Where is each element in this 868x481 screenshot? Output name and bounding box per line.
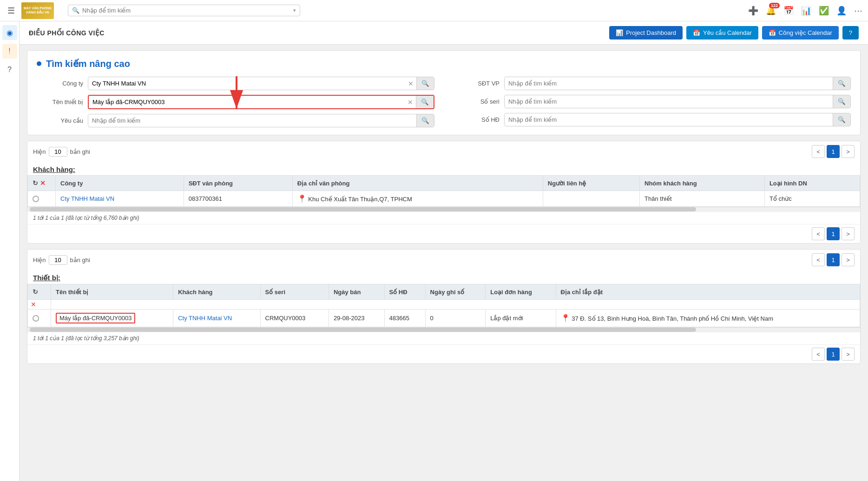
khach-hang-delete-icon[interactable]: ✕ — [40, 179, 46, 187]
thiet-bi-info: 1 tới 1 của 1 (đã lọc từ tổng 3,257 bản … — [27, 332, 860, 344]
global-search-bar[interactable]: 🔍 ▾ — [68, 5, 300, 16]
table-row: Máy lắp đã-CRMQUY0003 Cty TNHH Matai VN … — [28, 310, 860, 327]
khach-hang-count-input[interactable] — [49, 147, 67, 157]
khach-hang-page-1-bottom[interactable]: 1 — [827, 227, 840, 240]
khach-hang-scrollbar[interactable] — [27, 207, 860, 211]
main-content: ĐIỀU PHỐI CÔNG VIỆC 📊 Project Dashboard … — [20, 21, 868, 481]
project-dashboard-button[interactable]: 📊 Project Dashboard — [609, 26, 683, 40]
khach-hang-radio-button[interactable] — [33, 196, 39, 202]
thiet-bi-table: ↻ Tên thiết bị Khách hàng Số seri Ngày b… — [27, 284, 860, 327]
nav-icons-group: ➕ 🔔 122 📅 📊 ✅ 👤 ⋯ — [748, 6, 862, 16]
yeu-cau-calendar-button[interactable]: 📅 Yêu cầu Calendar — [686, 26, 758, 40]
cong-viec-calendar-button[interactable]: 📅 Công việc Calendar — [762, 26, 839, 40]
search-dropdown-icon[interactable]: ▾ — [293, 7, 296, 13]
khach-hang-page-1-top[interactable]: 1 — [827, 145, 840, 158]
ten-thiet-bi-input-wrap: ✕ 🔍 — [88, 95, 434, 109]
hamburger-menu[interactable]: ☰ — [6, 4, 17, 18]
ten-thiet-bi-input[interactable] — [89, 96, 405, 108]
task-icon[interactable]: ✅ — [819, 6, 829, 16]
ten-thiet-bi-search-button[interactable]: 🔍 — [416, 96, 434, 108]
chart-icon[interactable]: 📊 — [801, 6, 811, 16]
thiet-bi-scrollbar[interactable] — [27, 327, 860, 332]
sidebar-icon-home[interactable]: ◉ — [2, 25, 17, 40]
thiet-bi-count-input[interactable] — [49, 255, 67, 265]
khach-hang-info: 1 tới 1 của 1 (đã lọc từ tổng 6,760 bản … — [27, 211, 860, 224]
search-icon: 🔍 — [72, 7, 79, 14]
cong-viec-icon: 📅 — [769, 29, 776, 36]
page-title: ĐIỀU PHỐI CÔNG VIỆC — [29, 29, 105, 37]
khach-hang-col-actions: ↻ ✕ — [28, 176, 56, 191]
thiet-bi-col-khach: Khách hàng — [173, 284, 260, 300]
so-hd-label: Số HĐ — [453, 116, 500, 123]
thiet-bi-next-page-bottom[interactable]: > — [842, 348, 855, 361]
help-button[interactable]: ? — [842, 26, 859, 40]
khach-hang-pagination-top: < 1 > — [812, 145, 855, 158]
sdt-vp-search-button[interactable]: 🔍 — [833, 77, 850, 90]
advanced-search-title: Tìm kiếm nâng cao — [37, 58, 851, 69]
notification-badge: 122 — [769, 3, 780, 8]
thiet-bi-prev-page-bottom[interactable]: < — [812, 348, 825, 361]
thiet-bi-khach-link[interactable]: Cty TNHH Matai VN — [178, 315, 232, 322]
thiet-bi-radio-button[interactable] — [33, 315, 39, 322]
so-hd-input[interactable] — [505, 114, 833, 125]
sidebar-icon-warning[interactable]: ! — [2, 44, 17, 59]
yeu-cau-row: Yêu cầu 🔍 — [37, 114, 434, 127]
ten-thiet-bi-clear-button[interactable]: ✕ — [405, 99, 416, 106]
sidebar-icon-help[interactable]: ? — [2, 62, 17, 77]
khach-hang-next-page-top[interactable]: > — [842, 145, 855, 158]
khach-hang-section: Hiện bản ghi < 1 > Khách hàng: ↻ — [27, 141, 861, 244]
cong-ty-input[interactable] — [88, 78, 405, 89]
map-pin-icon: 📍 — [297, 195, 307, 203]
thiet-bi-row-loai: Lắp đặt mới — [486, 310, 556, 327]
sdt-vp-input-wrap: 🔍 — [504, 77, 851, 90]
yeu-cau-calendar-icon: 📅 — [693, 29, 700, 36]
khach-hang-refresh-icon[interactable]: ↻ — [33, 179, 38, 187]
sdt-vp-input[interactable] — [505, 78, 833, 89]
sdt-vp-row: SĐT VP 🔍 — [453, 77, 851, 90]
yeu-cau-input[interactable] — [88, 115, 416, 126]
khach-hang-pagination-bottom: < 1 > — [27, 224, 860, 243]
thiet-bi-refresh-icon[interactable]: ↻ — [33, 288, 38, 296]
thiet-bi-page-1-top[interactable]: 1 — [827, 253, 840, 266]
thiet-bi-col-ten: Tên thiết bị — [51, 284, 173, 300]
khach-hang-section-top: Hiện bản ghi < 1 > — [27, 141, 860, 162]
calendar-icon[interactable]: 📅 — [783, 6, 794, 16]
thiet-bi-row-ngay-ban: 29-08-2023 — [329, 310, 384, 327]
thiet-bi-col-actions: ↻ — [28, 284, 51, 300]
thiet-bi-ten-highlight[interactable]: Máy lắp đã-CRMQUY0003 — [56, 313, 135, 323]
company-logo: MÁY VĂN PHÒNGHÀNG ĐẦU VN — [21, 2, 54, 19]
yeu-cau-search-button[interactable]: 🔍 — [416, 114, 434, 127]
khach-hang-next-page-bottom[interactable]: > — [842, 227, 855, 240]
global-search-input[interactable] — [82, 7, 293, 14]
thiet-bi-row-khach: Cty TNHH Matai VN — [173, 310, 260, 327]
add-icon[interactable]: ➕ — [748, 6, 758, 16]
thiet-bi-map-pin-icon: 📍 — [561, 314, 570, 322]
yeu-cau-input-wrap: 🔍 — [88, 114, 434, 127]
cong-ty-clear-button[interactable]: ✕ — [405, 80, 416, 87]
thiet-bi-next-page-top[interactable]: > — [842, 253, 855, 266]
cong-ty-row: Công ty ✕ 🔍 — [37, 77, 434, 90]
khach-hang-col-loai: Loại hình DN — [764, 176, 860, 191]
khach-hang-col-diachi: Địa chỉ văn phòng — [292, 176, 543, 191]
so-hd-search-button[interactable]: 🔍 — [833, 113, 850, 126]
notification-icon[interactable]: 🔔 122 — [766, 6, 776, 16]
more-icon[interactable]: ⋯ — [854, 6, 862, 16]
cong-ty-search-button[interactable]: 🔍 — [416, 77, 434, 90]
thiet-bi-delete-icon[interactable]: ✕ — [31, 301, 36, 308]
thiet-bi-page-1-bottom[interactable]: 1 — [827, 348, 840, 361]
khach-hang-col-sdt: SĐT văn phòng — [184, 176, 292, 191]
khach-hang-prev-page-bottom[interactable]: < — [812, 227, 825, 240]
advanced-search-box: Tìm kiếm nâng cao Công ty — [27, 50, 861, 135]
user-icon[interactable]: 👤 — [836, 6, 847, 16]
khach-hang-prev-page-top[interactable]: < — [812, 145, 825, 158]
main-layout: ◉ ! ? ĐIỀU PHỐI CÔNG VIỆC 📊 Project Dash… — [0, 21, 868, 481]
khach-hang-cong-ty-link[interactable]: Cty TNHH Matai VN — [60, 195, 114, 202]
so-seri-input[interactable] — [505, 96, 833, 107]
khach-hang-row-nhom: Thân thiết — [640, 191, 765, 207]
so-hd-row: Số HĐ 🔍 — [453, 113, 851, 126]
khach-hang-row-diachi: 📍 Khu Chế Xuất Tân Thuận,Q7, TPHCM — [292, 191, 543, 207]
ten-thiet-bi-row: Tên thiết bị ✕ 🔍 — [37, 95, 434, 109]
so-seri-search-button[interactable]: 🔍 — [833, 95, 850, 108]
thiet-bi-prev-page-top[interactable]: < — [812, 253, 825, 266]
khach-hang-show-count: Hiện bản ghi — [33, 147, 90, 157]
